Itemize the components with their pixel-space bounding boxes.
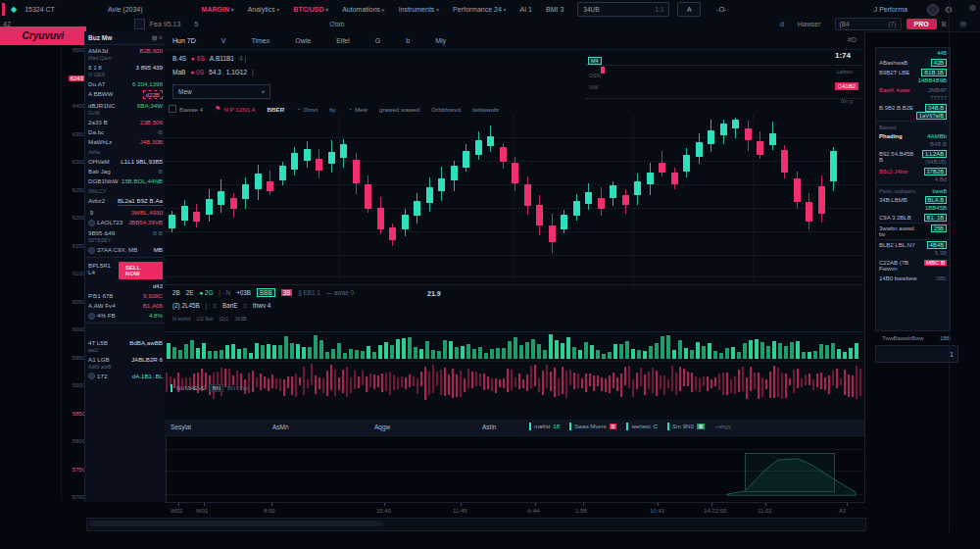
watchlist-row[interactable]: BPL5R1 L4SELL NOW: [85, 260, 166, 280]
tab-b[interactable]: b: [406, 37, 410, 44]
time-axis[interactable]: W02W018:0015:4011:45A:441:5810:4114:22:0…: [165, 502, 864, 519]
chart-scrollbar[interactable]: [86, 518, 866, 531]
order-row[interactable]: ABashwaB42B: [876, 58, 950, 68]
price-level[interactable]: 6200: [73, 215, 85, 221]
watchlist-row[interactable]: PI51 67B9,928C: [85, 290, 166, 300]
order-amount-input[interactable]: 1: [875, 345, 958, 363]
pro-button[interactable]: PRO: [906, 19, 937, 29]
price-level[interactable]: 6400: [73, 103, 85, 109]
watchlist-row[interactable]: A1 LGBAW9 awBJABLB2R 6: [85, 354, 166, 371]
legend-chip-0[interactable]: maftst18: [529, 423, 560, 430]
legend-chip-3[interactable]: Sm 9N0≣: [667, 423, 705, 430]
toolbar-item-7[interactable]: Orbbfvwvd: [431, 106, 461, 113]
legend-chip-1[interactable]: Swas MventB: [569, 423, 616, 430]
order-row[interactable]: B5c2 J4bw37B2B4 Bd: [876, 167, 950, 184]
watchlist-row[interactable]: MaWhLzJ4B,30B: [85, 136, 166, 146]
brand-logo[interactable]: Cryuvuvi: [0, 26, 86, 45]
quantity-field[interactable]: (B4 (7): [835, 18, 902, 30]
price-level[interactable]: 6300: [73, 159, 85, 165]
row2-hawser[interactable]: Hawser: [798, 21, 821, 27]
table-col-2[interactable]: Aqgw: [374, 424, 390, 430]
order-row[interactable]: BLB2 LBL.NY4B4B5.3B: [876, 240, 950, 258]
scrollbar-handle[interactable]: [89, 521, 383, 526]
alert-badge[interactable]: M4: [588, 57, 602, 65]
layout-toggle[interactable]: -O-: [716, 6, 726, 13]
watchlist-row[interactable]: 6 1 8N GER3 895 439: [85, 62, 166, 78]
bell-icon[interactable]: ◍: [969, 3, 976, 12]
tab-owie[interactable]: Owie: [295, 37, 311, 44]
toolbar-item-6[interactable]: grawed wawed: [379, 106, 419, 113]
watchlist-row[interactable]: DGB1NbW15B,BOL,44NB: [85, 175, 166, 185]
menu-item-7[interactable]: BMI 3: [546, 6, 564, 13]
table-col-0[interactable]: Sesylal: [171, 424, 191, 430]
watchlist-row[interactable]: A BBWWd22B: [85, 88, 166, 100]
price-level[interactable]: 5900: [73, 382, 85, 388]
watchlist-row[interactable]: 37AA C9X, MBMB: [85, 244, 166, 255]
order-row[interactable]: C22AB (7B FwwvnMBC B: [876, 258, 950, 274]
menu-item-1[interactable]: Analytics ▾: [248, 6, 280, 13]
watchlist-row[interactable]: .93WBL,4930: [85, 207, 166, 217]
toolbar-item-2[interactable]: BBER: [268, 106, 285, 113]
toolbar-item-3[interactable]: ◔Omvt: [296, 106, 318, 113]
watchlist-row[interactable]: dBJR1NCGvW6BA,34W: [85, 100, 166, 117]
menu-item-4[interactable]: Instruments ▾: [399, 6, 439, 13]
price-level[interactable]: 5700: [73, 494, 85, 500]
price-level[interactable]: 6500: [73, 47, 85, 53]
order-row[interactable]: 3wwbn awwd bv25B: [876, 223, 950, 240]
watchlist-row[interactable]: Da.bc-B: [85, 126, 166, 136]
price-level[interactable]: 6150: [73, 243, 85, 249]
menu-item-0[interactable]: MARGIN ▾: [202, 6, 234, 13]
price-level[interactable]: 5950: [73, 355, 85, 361]
price-level[interactable]: 5800: [73, 438, 85, 444]
watchlist-row[interactable]: Bab JagB: [85, 166, 166, 175]
price-level[interactable]: 5850: [73, 411, 85, 417]
chart-type-icon[interactable]: [134, 19, 145, 29]
candlestick-pane[interactable]: [165, 116, 864, 284]
order-row[interactable]: BawK 4waeJMB4P77777: [876, 85, 950, 103]
watchlist-row[interactable]: Du.A76 204,1398: [85, 78, 166, 88]
sell-now-button[interactable]: SELL NOW: [119, 262, 163, 279]
watchlist-row[interactable]: Avbz2BL2a1 B9Z B.Aa: [85, 195, 166, 207]
wallet-icon[interactable]: ▤: [959, 21, 966, 28]
order-row[interactable]: 14B0 bwwbew(9B): [876, 274, 950, 283]
watchlist-row[interactable]: 172dA.1B1 .BL: [85, 371, 166, 381]
menu-item-3[interactable]: Automations ▸: [342, 6, 385, 13]
legend-chip-4[interactable]: +abgy: [714, 424, 731, 429]
sparkline-selection-box[interactable]: [745, 453, 835, 492]
price-level[interactable]: 6050: [73, 299, 85, 305]
watchlist-row[interactable]: 4% FB4.8%: [85, 310, 166, 321]
toolbar-item-4[interactable]: by: [329, 106, 336, 113]
order-row[interactable]: B92.54.B45B B1.L2AB(94B1B): [876, 149, 950, 167]
table-col-1[interactable]: AsMn: [272, 424, 289, 430]
order-row[interactable]: Phading4AMBbB4B.B: [876, 131, 950, 149]
watchlist-row[interactable]: 2a33 B23B,506: [85, 117, 166, 126]
tab-mly[interactable]: Mly: [435, 37, 446, 44]
tab-hun-7d[interactable]: Hun 7D: [172, 37, 196, 44]
tab-g[interactable]: G: [375, 37, 380, 44]
watchlist-row[interactable]: 9B95 &4993TB2EYB B: [85, 227, 166, 244]
toolbar-item-5[interactable]: ◔Mew: [348, 106, 368, 113]
price-level[interactable]: 5750: [73, 467, 85, 473]
price-level[interactable]: 6350: [73, 131, 85, 137]
order-row[interactable]: C9A 3 2BLBB1. 1B: [876, 213, 950, 223]
account-label[interactable]: J Performa: [874, 6, 907, 13]
search-input[interactable]: 34UB 1:1: [577, 2, 669, 17]
menu-item-2[interactable]: BTC/USD ▾: [293, 6, 328, 13]
toolbar-item-1[interactable]: ⚑N P 12N1 A: [215, 105, 256, 113]
watchlist-row[interactable]: AMA3dMad QanrB2B,600: [85, 45, 166, 62]
table-col-3[interactable]: Astin: [482, 424, 496, 430]
tab-eifel[interactable]: Eifel: [336, 37, 350, 44]
watchlist-row[interactable]: OHVaML1L1 9BL,93B5: [85, 156, 166, 166]
row2-otab[interactable]: Otab: [329, 21, 344, 27]
indicator-name[interactable]: NUMAEVE: [176, 385, 206, 391]
price-level[interactable]: 6243: [69, 75, 85, 81]
menu-item-6[interactable]: AI 1: [520, 6, 532, 13]
price-level[interactable]: 6000: [73, 326, 85, 332]
tab-timex[interactable]: Timex: [251, 37, 270, 44]
price-level[interactable]: 6100: [73, 271, 85, 276]
order-row[interactable]: B.9B2.B.B2E04B.B1aV67alB: [876, 103, 950, 121]
avatar[interactable]: [927, 4, 939, 16]
watchlist-row[interactable]: A.AW Fv4B1,A06: [85, 300, 166, 310]
watchlist-header-icons[interactable]: ⊞ ≡: [152, 34, 163, 42]
menu-item-5[interactable]: Performance 24 ▾: [453, 6, 507, 13]
